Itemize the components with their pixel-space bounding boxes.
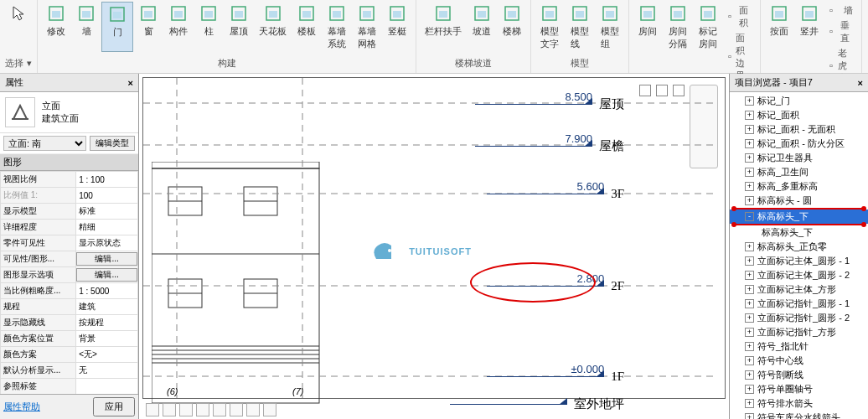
overt-button[interactable]: ▫垂直 [826,18,856,45]
scale-icon[interactable] [146,403,159,416]
expand-icon[interactable]: + [745,399,754,408]
tree-node[interactable]: +标高_多重标高 [730,179,868,194]
property-row[interactable]: 视图比例1 : 100 [1,172,138,188]
property-row[interactable]: 可见性/图形...编辑... [1,251,138,267]
expand-icon[interactable]: + [745,153,754,163]
expand-icon[interactable]: + [745,125,754,134]
tree-node[interactable]: +立面标记指针_圆形 - 2 [730,311,868,325]
expand-icon[interactable]: + [745,139,754,148]
tree-node[interactable]: +立面标记指针_方形 [730,325,868,339]
property-row[interactable]: 详细程度精细 [1,220,138,235]
properties-help[interactable]: 属性帮助 [3,401,40,413]
expand-icon[interactable]: + [745,413,754,419]
tree-node[interactable]: 标高标头_下 [730,225,868,240]
railing-button[interactable]: 栏杆扶手 [420,2,467,39]
view-select[interactable]: 立面: 南 [3,136,86,151]
level-marker[interactable]: 5.6003F [487,187,624,201]
area-button[interactable]: ▫面积 [725,3,755,30]
expand-icon[interactable]: + [745,356,754,365]
property-row[interactable]: 颜色方案位置背景 [1,331,138,347]
tree-node[interactable]: +立面标记指针_圆形 - 1 [730,297,868,311]
mtext-button[interactable]: 模型文字 [535,2,565,52]
expand-icon[interactable]: + [745,96,754,106]
restore-icon[interactable] [656,85,668,96]
drawing-area[interactable]: 8.500屋顶7.900屋檐5.6003F2.8002F±0.0001F室外地坪… [142,77,726,399]
sun-icon[interactable] [196,403,209,416]
level-marker[interactable]: 室外地坪 [450,396,624,412]
modify-button[interactable]: 修改 [41,2,71,52]
select-tool[interactable] [3,2,34,25]
level-marker[interactable]: ±0.0001F [487,370,624,384]
level-marker[interactable]: 7.900屋檐 [475,138,624,154]
door-button[interactable]: 门 [101,2,133,52]
expand-icon[interactable]: + [745,196,754,205]
browser-tree[interactable]: +标记_门+标记_面积+标记_面积 - 无面积+标记_面积 - 防火分区+标记卫… [730,92,868,419]
column-button[interactable]: 柱 [194,2,224,52]
property-row[interactable]: 颜色方案<无> [1,347,138,363]
detail-icon[interactable] [163,403,176,416]
floor-button[interactable]: 楼板 [292,2,322,52]
expand-icon[interactable]: + [745,242,754,251]
level-marker[interactable]: 8.500屋顶 [475,96,624,112]
minimize-icon[interactable] [639,85,651,96]
expand-icon[interactable]: + [745,328,754,337]
tree-node[interactable]: +立面标记主体_方形 [730,282,868,297]
mullion-button[interactable]: 竖梃 [382,2,412,52]
tree-node[interactable]: +标记卫生器具 [730,151,868,165]
property-row[interactable]: 规程建筑 [1,299,138,315]
tree-node[interactable]: +符号单圈轴号 [730,382,868,396]
expand-icon[interactable]: + [745,256,754,266]
tree-node[interactable]: +标记_面积 [730,108,868,122]
expand-icon[interactable]: + [745,111,754,120]
tree-node[interactable]: +标高_卫生间 [730,165,868,179]
grid2-button[interactable]: 幕墙网格 [352,2,382,52]
tree-node[interactable]: +标记_门 [730,94,868,108]
property-row[interactable]: 显示模型标准 [1,204,138,220]
property-row[interactable]: 图形显示选项编辑... [1,267,138,283]
window-button[interactable]: 窗 [133,2,163,52]
property-row[interactable]: 零件可见性显示原状态 [1,235,138,251]
close-icon[interactable]: × [858,78,863,88]
edit-button[interactable]: 编辑... [76,268,137,282]
tree-node[interactable]: +标记_面积 - 防火分区 [730,137,868,151]
tree-node[interactable]: +符号排水箭头 [730,396,868,411]
property-row[interactable]: 默认分析显示...无 [1,363,138,379]
tree-node[interactable]: +标高标头_正负零 [730,240,868,254]
expand-icon[interactable]: + [745,285,754,294]
tree-node[interactable]: +立面标记主体_圆形 - 2 [730,268,868,282]
expand-icon[interactable]: + [745,370,754,380]
mgroup-button[interactable]: 模型组 [595,2,625,52]
tree-node[interactable]: -标高标头_下 [730,210,868,224]
edit-button[interactable]: 编辑... [76,252,137,266]
close-icon[interactable]: × [128,78,133,88]
edit-type-button[interactable]: 编辑类型 [90,136,135,151]
expand-icon[interactable]: + [745,299,754,308]
component-button[interactable]: 构件 [163,2,194,52]
expand-icon[interactable]: - [745,212,754,221]
style-icon[interactable] [179,403,193,416]
ramp-button[interactable]: 坡道 [467,2,497,39]
tree-node[interactable]: +标高标头 - 圆 [730,194,868,208]
owall-button[interactable]: ▫墙 [826,3,856,18]
tree-node[interactable]: +符号剖断线 [730,368,868,382]
shadow-icon[interactable] [213,403,226,416]
apply-button[interactable]: 应用 [93,397,135,416]
canvas[interactable]: 8.500屋顶7.900屋檐5.6003F2.8002F±0.0001F室外地坪… [139,74,729,419]
nav-bar[interactable] [690,85,718,168]
stair-button[interactable]: 楼梯 [497,2,527,39]
curtain-button[interactable]: 幕墙系统 [322,2,352,52]
type-selector[interactable]: 立面 建筑立面 [0,92,138,133]
expand-icon[interactable]: + [745,168,754,177]
close-view-icon[interactable] [673,85,685,96]
tree-node[interactable]: +符号_指北针 [730,339,868,354]
expand-icon[interactable]: + [745,271,754,280]
tree-node[interactable]: +立面标记主体_圆形 - 1 [730,254,868,268]
property-row[interactable]: 比例值 1:100 [1,188,138,204]
tree-node[interactable]: +标记_面积 - 无面积 [730,122,868,137]
hide-icon[interactable] [246,403,260,416]
expand-icon[interactable]: + [745,342,754,351]
mline-button[interactable]: 模型线 [565,2,595,52]
roof-button[interactable]: 屋顶 [224,2,254,52]
property-row[interactable]: 显示隐藏线按规程 [1,315,138,331]
tree-node[interactable]: +符号中心线 [730,354,868,368]
